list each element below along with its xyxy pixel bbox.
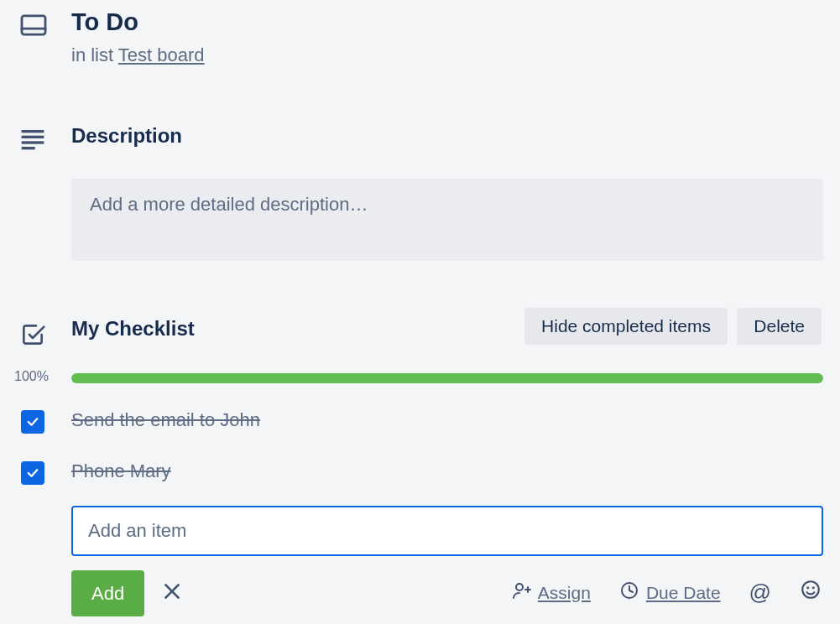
- add-button[interactable]: Add: [71, 570, 144, 616]
- card-icon: [19, 13, 57, 40]
- emoji-icon[interactable]: [800, 579, 822, 606]
- checkbox-item-2[interactable]: [21, 461, 44, 485]
- card-subtitle: in list Test board: [71, 44, 823, 66]
- progress-bar: [71, 373, 823, 383]
- progress-fill: [71, 373, 823, 383]
- hide-completed-button[interactable]: Hide completed items: [524, 308, 728, 345]
- checklist-icon: [19, 321, 57, 351]
- add-item-input[interactable]: [71, 506, 823, 556]
- description-heading: Description: [71, 124, 823, 148]
- checklist-item-2-text[interactable]: Phone Mary: [71, 460, 171, 482]
- assign-icon: [511, 580, 531, 605]
- clock-icon: [619, 580, 639, 605]
- assign-button[interactable]: Assign: [511, 580, 591, 605]
- due-date-button[interactable]: Due Date: [619, 580, 721, 605]
- assign-label: Assign: [538, 583, 591, 603]
- delete-checklist-button[interactable]: Delete: [737, 308, 822, 345]
- close-icon[interactable]: [161, 580, 183, 606]
- card-title[interactable]: To Do: [71, 8, 823, 36]
- checklist-item-1-text[interactable]: Send the email to John: [71, 409, 260, 431]
- due-date-label: Due Date: [646, 583, 721, 603]
- svg-point-12: [802, 581, 819, 598]
- svg-point-8: [516, 584, 523, 590]
- checkbox-item-1[interactable]: [21, 410, 44, 434]
- svg-point-13: [807, 587, 808, 588]
- sub-prefix: in list: [71, 44, 118, 65]
- description-field[interactable]: Add a more detailed description…: [71, 179, 823, 261]
- svg-point-14: [813, 587, 814, 588]
- progress-label: 100%: [14, 369, 49, 384]
- list-link[interactable]: Test board: [118, 44, 205, 65]
- mention-icon[interactable]: @: [749, 580, 771, 606]
- svg-rect-0: [22, 16, 45, 34]
- description-icon: [19, 127, 57, 154]
